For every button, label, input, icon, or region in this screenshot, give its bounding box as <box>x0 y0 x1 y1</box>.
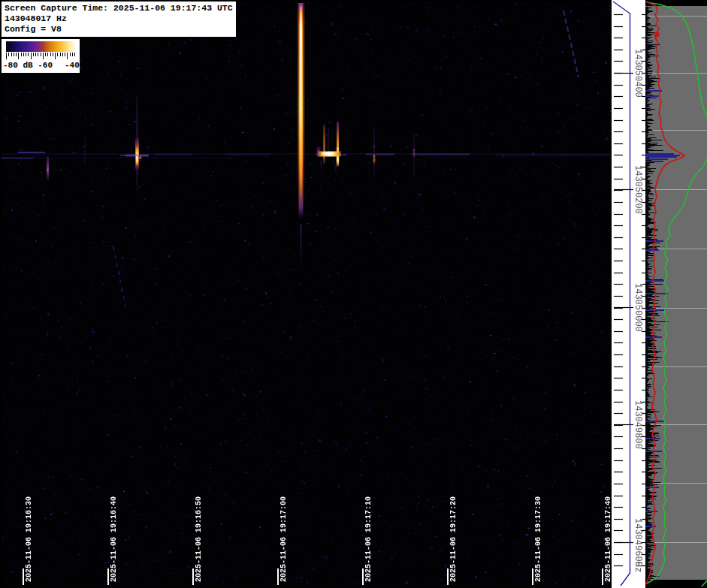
colorbar-gradient <box>6 41 76 52</box>
meteor-echo-monitor-screen: Screen Capture Time: 2025-11-06 19:17:43… <box>0 0 707 588</box>
frequency-label: Hz <box>633 562 643 572</box>
time-tick <box>362 568 364 585</box>
time-label: 2025-11-06 19:17:20 <box>449 496 458 582</box>
frequency-label: 143050200 <box>633 165 643 214</box>
time-tick <box>192 568 194 585</box>
config-text: Config = V8 <box>5 24 233 35</box>
frequency-label: 143049600 <box>633 518 643 567</box>
time-tick <box>602 568 603 585</box>
time-label: 2025-11-06 19:17:40 <box>604 496 612 582</box>
colorbar-label-high: -40 <box>65 61 80 70</box>
time-label: 2025-11-06 19:17:30 <box>534 496 542 582</box>
time-tick <box>447 568 449 585</box>
capture-time-text: Screen Capture Time: 2025-11-06 19:17:43… <box>5 3 233 14</box>
time-label: 2025-11-06 19:16:30 <box>25 496 33 582</box>
frequency-label: 143050000 <box>633 283 643 332</box>
colorbar-label-low: -80 dB -60 <box>3 61 53 70</box>
time-tick <box>23 568 24 585</box>
spectrogram-waterfall <box>2 2 612 586</box>
time-label: 2025-11-06 19:17:10 <box>364 496 373 582</box>
time-tick <box>277 568 279 585</box>
colorbar-ticks <box>5 53 77 61</box>
spectrum-side-panel <box>645 0 707 588</box>
time-label: 2025-11-06 19:16:40 <box>110 496 118 582</box>
center-frequency-text: 143048017 Hz <box>5 14 233 24</box>
time-tick <box>532 568 533 585</box>
frequency-label: 143049800 <box>633 400 643 449</box>
capture-info-box: Screen Capture Time: 2025-11-06 19:17:43… <box>2 2 236 37</box>
time-tick <box>107 568 109 585</box>
frequency-label: 143050400 <box>633 49 643 98</box>
time-label: 2025-11-06 19:16:50 <box>195 496 203 582</box>
time-label: 2025-11-06 19:17:00 <box>279 496 288 582</box>
colorbar: -80 dB -60 -40 <box>2 39 80 73</box>
